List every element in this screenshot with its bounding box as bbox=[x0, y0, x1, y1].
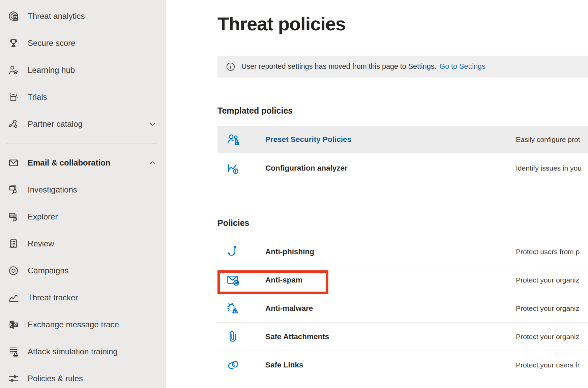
sidebar-item-investigations[interactable]: Investigations bbox=[0, 176, 166, 203]
sidebar-item-label: Learning hub bbox=[28, 65, 75, 75]
sidebar-item-learning-hub[interactable]: Learning hub bbox=[0, 57, 166, 84]
anti-phishing-icon bbox=[226, 244, 241, 260]
sidebar-item-label: Exchange message trace bbox=[28, 320, 119, 329]
templated-policies-list: Preset Security Policies Easily configur… bbox=[217, 126, 588, 183]
row-preset-security-policies[interactable]: Preset Security Policies Easily configur… bbox=[217, 126, 588, 153]
sidebar-item-explorer[interactable]: Explorer bbox=[0, 203, 166, 230]
info-banner: User reported settings has moved from th… bbox=[217, 56, 588, 78]
anti-malware-icon bbox=[226, 301, 241, 316]
row-label: Preset Security Policies bbox=[265, 135, 351, 144]
row-label: Configuration analyzer bbox=[265, 164, 348, 173]
partner-catalog-icon bbox=[7, 118, 20, 130]
sidebar-item-label: Review bbox=[28, 239, 54, 248]
row-anti-malware[interactable]: Anti-malware Protect your organiz bbox=[217, 294, 588, 323]
campaigns-icon bbox=[7, 265, 20, 277]
policies-heading: Policies bbox=[217, 218, 249, 228]
row-label: Safe Links bbox=[265, 361, 303, 369]
go-to-settings-link[interactable]: Go to Settings bbox=[439, 62, 485, 71]
row-label: Safe Attachments bbox=[265, 332, 329, 341]
sidebar-item-label: Policies & rules bbox=[28, 374, 83, 383]
row-description: Protect your organiz bbox=[516, 304, 579, 312]
sidebar-item-label: Secure score bbox=[28, 38, 75, 48]
sidebar-item-label: Investigations bbox=[28, 185, 77, 195]
sidebar-item-threat-tracker[interactable]: Threat tracker bbox=[0, 284, 166, 311]
safe-attachments-icon bbox=[226, 329, 241, 345]
policies-rules-icon bbox=[7, 372, 20, 385]
row-description: Protect your users fr bbox=[516, 361, 580, 369]
mail-icon bbox=[7, 157, 20, 169]
configuration-analyzer-icon bbox=[226, 160, 241, 176]
banner-message: User reported settings has moved from th… bbox=[241, 62, 436, 71]
sidebar-item-exchange-message-trace[interactable]: Exchange message trace bbox=[0, 311, 166, 338]
sidebar-item-partner-catalog[interactable]: Partner catalog bbox=[0, 111, 166, 138]
trophy-icon bbox=[7, 37, 20, 49]
sidebar-item-secure-score[interactable]: Secure score bbox=[0, 30, 166, 57]
row-configuration-analyzer[interactable]: Configuration analyzer Identify issues i… bbox=[217, 153, 588, 183]
anti-spam-icon bbox=[226, 272, 241, 288]
sidebar-nav: Threat analytics Secure score Learning h… bbox=[0, 0, 166, 388]
preset-security-policies-icon bbox=[226, 132, 241, 147]
sidebar-divider bbox=[6, 144, 157, 144]
threat-analytics-icon bbox=[7, 10, 20, 22]
row-description: Identify issues in you bbox=[516, 164, 582, 172]
sidebar-item-label: Explorer bbox=[28, 212, 58, 221]
sidebar-item-label: Trials bbox=[28, 92, 47, 102]
row-anti-spam[interactable]: Anti-spam Protect your organiz bbox=[217, 266, 588, 294]
explorer-icon bbox=[7, 211, 20, 223]
chevron-up-icon[interactable] bbox=[148, 158, 157, 167]
row-description: Easily configure prot bbox=[516, 136, 580, 144]
row-label: Anti-malware bbox=[265, 304, 313, 313]
chevron-down-icon[interactable] bbox=[148, 120, 157, 128]
sidebar-item-policies-rules[interactable]: Policies & rules bbox=[0, 365, 166, 388]
sidebar-item-attack-simulation-training[interactable]: Attack simulation training bbox=[0, 338, 166, 365]
sidebar-item-label: Threat tracker bbox=[28, 293, 78, 302]
page-title: Threat policies bbox=[217, 13, 346, 34]
sidebar-item-label: Partner catalog bbox=[28, 119, 83, 129]
investigations-icon bbox=[7, 184, 20, 196]
row-description: Protect your organiz bbox=[516, 333, 579, 341]
row-label: Anti-spam bbox=[265, 276, 302, 285]
sidebar-item-label: Campaigns bbox=[28, 266, 68, 275]
templated-policies-heading: Templated policies bbox=[217, 106, 293, 116]
sidebar-item-trials[interactable]: Trials bbox=[0, 84, 166, 111]
attack-simulation-training-icon bbox=[7, 346, 20, 358]
learning-hub-icon bbox=[7, 64, 20, 76]
row-safe-attachments[interactable]: Safe Attachments Protect your organiz bbox=[217, 323, 588, 351]
threat-tracker-icon bbox=[7, 292, 20, 304]
exchange-message-trace-icon bbox=[7, 319, 20, 331]
row-label: Anti-phishing bbox=[265, 247, 314, 256]
sidebar-item-label: Attack simulation training bbox=[28, 347, 118, 356]
sidebar-item-threat-analytics[interactable]: Threat analytics bbox=[0, 3, 166, 30]
sidebar-item-email-collaboration[interactable]: Email & collaboration bbox=[0, 149, 166, 176]
safe-links-icon bbox=[226, 357, 241, 373]
sidebar-item-label: Email & collaboration bbox=[28, 158, 110, 168]
sidebar-item-review[interactable]: Review bbox=[0, 230, 166, 257]
main-content: Threat policies User reported settings h… bbox=[166, 0, 588, 388]
row-description: Protect users from p bbox=[516, 248, 580, 256]
trials-icon bbox=[7, 91, 20, 103]
policies-list: Anti-phishing Protect users from p Anti-… bbox=[217, 238, 588, 379]
row-safe-links[interactable]: Safe Links Protect your users fr bbox=[217, 351, 588, 379]
review-icon bbox=[7, 238, 20, 250]
sidebar-item-campaigns[interactable]: Campaigns bbox=[0, 257, 166, 284]
row-description: Protect your organiz bbox=[516, 276, 579, 284]
sidebar-item-label: Threat analytics bbox=[28, 11, 85, 21]
defender-portal-screen: Threat analytics Secure score Learning h… bbox=[0, 0, 588, 388]
info-icon bbox=[226, 62, 236, 72]
row-anti-phishing[interactable]: Anti-phishing Protect users from p bbox=[217, 238, 588, 266]
